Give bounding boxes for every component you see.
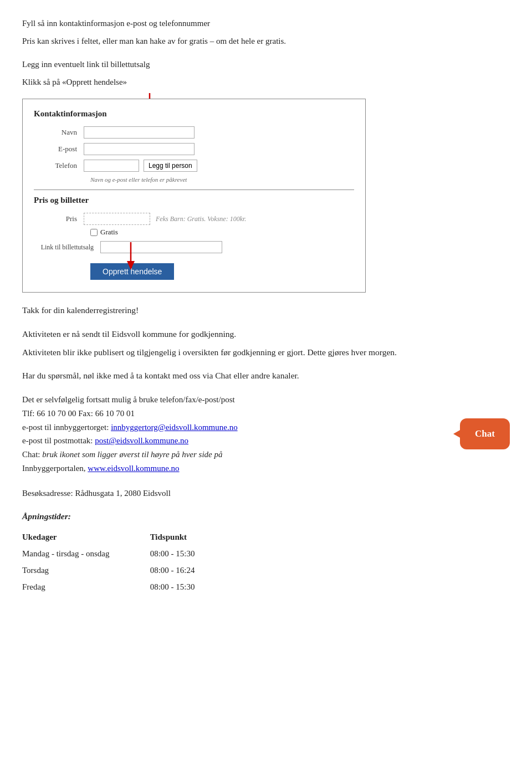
pris-row: Pris Feks Barn: Gratis. Voksne: 100kr. <box>34 213 354 225</box>
contact-line1: Det er selvfølgelig fortsatt mulig å bru… <box>22 395 235 404</box>
pris-label: Pris <box>34 214 84 223</box>
contact-line2: Tlf: 66 10 70 00 Fax: 66 10 70 01 <box>22 409 135 418</box>
telefon-input[interactable] <box>84 160 139 172</box>
form-section-title-pris: Pris og billetter <box>34 196 354 205</box>
navn-input[interactable] <box>84 126 195 139</box>
contact-text: Det er selvfølgelig fortsatt mulig å bru… <box>22 393 447 475</box>
form-section-title-kontakt: Kontaktinformasjon <box>34 109 354 119</box>
apningstider-table: Ukedager Tidspunkt Mandag - tirsdag - on… <box>22 529 233 595</box>
epost-row: E-post <box>34 143 354 155</box>
tid-cell: 08:00 - 15:30 <box>150 545 233 562</box>
contact-section: Det er selvfølgelig fortsatt mulig å bru… <box>22 393 510 475</box>
intro-line3: Legg inn eventuelt link til billettutsal… <box>22 58 510 71</box>
apningstider-row: Torsdag08:00 - 16:24 <box>22 562 233 579</box>
dag-cell: Mandag - tirsdag - onsdag <box>22 545 150 562</box>
bottom-arrow-icon <box>125 242 136 270</box>
email1-link[interactable]: innbyggertorg@eidsvoll.kommune.no <box>111 423 238 432</box>
contact-line4: e-post til postmottak: <box>22 436 95 445</box>
link-row: Link til billettutsalg <box>34 241 354 253</box>
har-text: Har du spørsmål, nøl ikke med å ta konta… <box>22 369 510 383</box>
telefon-row: Telefon Legg til person <box>34 160 354 172</box>
tid-cell: 08:00 - 15:30 <box>150 579 233 595</box>
epost-input[interactable] <box>84 143 195 155</box>
link-input[interactable] <box>100 241 222 253</box>
contact-line5b: bruk ikonet som ligger øverst til høyre … <box>42 450 222 459</box>
apningstider-title: Åpningstider: <box>22 510 510 524</box>
aktivitet-line1: Aktiviteten er nå sendt til Eidsvoll kom… <box>22 327 510 341</box>
epost-label: E-post <box>34 145 84 153</box>
kontakt-hint: Navn og e-post eller telefon er påkrevet <box>90 176 354 183</box>
aktivitet-line2: Aktiviteten blir ikke publisert og tilgj… <box>22 346 510 360</box>
intro-line4: Klikk så på «Opprett hendelse» <box>22 75 510 89</box>
navn-label: Navn <box>34 128 84 137</box>
besok-text: Besøksadresse: Rådhusgata 1, 2080 Eidsvo… <box>22 487 510 500</box>
gratis-row: Gratis <box>90 228 354 237</box>
chat-label: Chat <box>475 428 495 439</box>
svg-marker-3 <box>127 261 135 270</box>
email2-link[interactable]: post@eidsvoll.kommune.no <box>95 436 188 445</box>
dag-cell: Torsdag <box>22 562 150 579</box>
contact-line3: e-post til innbyggertorget: <box>22 423 111 432</box>
dag-cell: Fredag <box>22 579 150 595</box>
col-tidspunkt: Tidspunkt <box>150 529 233 545</box>
gratis-label: Gratis <box>100 228 118 237</box>
form-box: Kontaktinformasjon Navn E-post Telefon L… <box>22 99 366 293</box>
gratis-checkbox[interactable] <box>90 229 98 236</box>
apningstider-row: Mandag - tirsdag - onsdag08:00 - 15:30 <box>22 545 233 562</box>
apningstider-section: Åpningstider: Ukedager Tidspunkt Mandag … <box>22 510 510 596</box>
intro-line2: Pris kan skrives i feltet, eller man kan… <box>22 34 510 48</box>
col-ukedager: Ukedager <box>22 529 150 545</box>
chat-bubble[interactable]: Chat <box>460 418 510 449</box>
section-divider <box>34 190 354 190</box>
pris-input[interactable] <box>84 213 150 225</box>
contact-line5: Chat: <box>22 450 42 459</box>
website-link[interactable]: www.eidsvoll.kommune.no <box>88 464 179 473</box>
pris-hint: Feks Barn: Gratis. Voksne: 100kr. <box>156 215 246 223</box>
telefon-label: Telefon <box>34 161 84 170</box>
intro-line1: Fyll så inn kontaktinformasjon e-post og… <box>22 17 510 30</box>
link-label: Link til billettutsalg <box>34 243 100 252</box>
apningstider-row: Fredag08:00 - 15:30 <box>22 579 233 595</box>
contact-line6: Innbyggerportalen, <box>22 464 88 473</box>
takk-text: Takk for din kalenderregistrering! <box>22 304 510 318</box>
tid-cell: 08:00 - 16:24 <box>150 562 233 579</box>
legg-til-person-button[interactable]: Legg til person <box>144 160 197 172</box>
navn-row: Navn <box>34 126 354 139</box>
